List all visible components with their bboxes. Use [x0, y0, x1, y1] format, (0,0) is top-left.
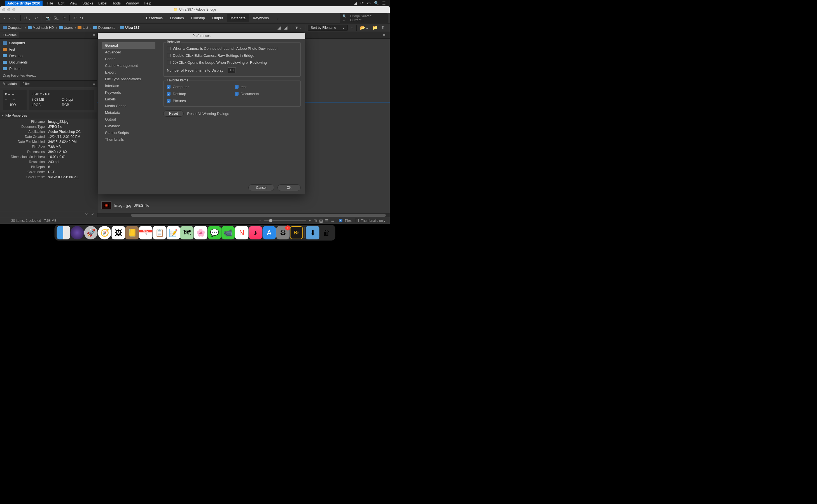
- cat-thumbnails[interactable]: Thumbnails: [102, 136, 155, 143]
- apply-meta-icon[interactable]: ✓: [91, 212, 94, 216]
- minimize-window-button[interactable]: [7, 8, 10, 11]
- dock-downloads[interactable]: ⬇: [306, 226, 320, 239]
- cat-cache-mgmt[interactable]: Cache Management: [102, 62, 155, 69]
- dock-contacts[interactable]: 📒: [125, 226, 139, 239]
- new-folder-button[interactable]: 📁: [371, 24, 379, 31]
- cat-export[interactable]: Export: [102, 69, 155, 76]
- dock-music[interactable]: ♪: [249, 226, 262, 239]
- menu-edit[interactable]: Edit: [56, 1, 67, 5]
- zoom-slider[interactable]: [264, 220, 306, 221]
- recent-items-input[interactable]: [228, 67, 236, 73]
- dock-trash[interactable]: 🗑: [320, 226, 333, 239]
- scrollbar-thumb[interactable]: [131, 214, 386, 217]
- fav-pictures[interactable]: Pictures: [0, 65, 97, 72]
- spotlight-icon[interactable]: 🔍: [374, 1, 379, 5]
- ok-button[interactable]: OK: [278, 184, 301, 191]
- dock-news[interactable]: N: [235, 226, 249, 239]
- cat-media-cache[interactable]: Media Cache: [102, 103, 155, 109]
- fav-check-computer[interactable]: ✓: [167, 85, 170, 89]
- loupe-click-checkbox[interactable]: [167, 61, 170, 64]
- cat-startup[interactable]: Startup Scripts: [102, 129, 155, 136]
- filter-button[interactable]: ▼⌄: [293, 24, 304, 31]
- rating-filter-icon[interactable]: ◢: [276, 24, 283, 31]
- app-menu[interactable]: Adobe Bridge 2020: [5, 1, 43, 6]
- view-grid-icon[interactable]: ⊞: [314, 218, 317, 223]
- fav-check-test[interactable]: ✓: [235, 85, 239, 89]
- boomerang-button[interactable]: ↶: [33, 15, 40, 22]
- cat-playback[interactable]: Playback: [102, 123, 155, 129]
- forward-button[interactable]: ›: [7, 15, 12, 22]
- dock-launchpad[interactable]: 🚀: [84, 226, 98, 239]
- zoom-window-button[interactable]: [12, 8, 15, 11]
- view-details-icon[interactable]: ☰: [325, 218, 329, 223]
- content-panel-menu-icon[interactable]: ≡: [381, 33, 388, 37]
- rotate-cw-button[interactable]: ↷: [78, 15, 85, 22]
- cat-file-type[interactable]: File Type Associations: [102, 76, 155, 82]
- zoom-slider-handle[interactable]: [269, 219, 272, 222]
- batch-button[interactable]: ⎘⌄: [52, 15, 61, 22]
- reset-button[interactable]: Reset: [163, 110, 184, 117]
- dock-photos[interactable]: 🌸: [194, 226, 208, 239]
- menu-view[interactable]: View: [67, 1, 80, 5]
- label-filter-icon[interactable]: ◢: [283, 24, 289, 31]
- path-users[interactable]: Users›: [59, 26, 76, 30]
- view-thumb-icon[interactable]: ▦: [319, 218, 323, 223]
- close-window-button[interactable]: [2, 8, 5, 11]
- cat-cache[interactable]: Cache: [102, 56, 155, 62]
- fav-check-documents[interactable]: ✓: [235, 92, 239, 96]
- tab-metadata[interactable]: Metadata: [0, 81, 20, 87]
- tab-filter[interactable]: Filter: [20, 81, 33, 87]
- tiles-checkbox[interactable]: ✓: [339, 219, 342, 222]
- back-button[interactable]: ‹: [2, 15, 7, 22]
- menu-help[interactable]: Help: [141, 1, 154, 5]
- path-computer[interactable]: Computer›: [3, 26, 26, 30]
- control-center-icon[interactable]: ☰: [382, 1, 386, 5]
- dock-facetime[interactable]: 📹: [222, 226, 235, 239]
- zoom-in-button[interactable]: +: [309, 219, 311, 223]
- fav-desktop[interactable]: Desktop: [0, 53, 97, 59]
- fav-documents[interactable]: Documents: [0, 59, 97, 65]
- open-in-button[interactable]: 📂⌄: [358, 24, 371, 31]
- meta-panel-menu-icon[interactable]: ≡: [90, 82, 97, 86]
- tab-favorites[interactable]: Favorites: [0, 32, 19, 38]
- camera-download-button[interactable]: 📷: [44, 15, 52, 22]
- menu-stacks[interactable]: Stacks: [80, 1, 96, 5]
- thumbs-only-checkbox[interactable]: [355, 219, 359, 222]
- file-row[interactable]: Imag....jpg JPEG file: [97, 201, 390, 210]
- dock-bridge[interactable]: Br: [290, 226, 303, 239]
- notification-icon[interactable]: ◢: [354, 1, 357, 5]
- cat-metadata[interactable]: Metadata: [102, 109, 155, 116]
- cancel-button[interactable]: Cancel: [248, 184, 274, 191]
- cancel-meta-icon[interactable]: ✕: [85, 212, 88, 216]
- dock-settings[interactable]: ⚙1: [276, 226, 290, 239]
- panel-menu-icon[interactable]: ≡: [90, 33, 97, 37]
- file-properties-header[interactable]: ▾ File Properties: [0, 112, 97, 119]
- cat-labels[interactable]: Labels: [102, 96, 155, 102]
- display-icon[interactable]: ▭: [367, 1, 371, 5]
- dock-preview[interactable]: 🖼: [112, 226, 125, 239]
- dock-reminders[interactable]: 📋: [153, 226, 166, 239]
- camera-launch-checkbox[interactable]: [167, 47, 170, 50]
- search-input[interactable]: 🔍⌄ Bridge Search: Current...: [340, 13, 388, 23]
- ws-filmstrip[interactable]: Filmstrip: [188, 14, 208, 22]
- path-documents[interactable]: Documents›: [93, 26, 119, 30]
- horizontal-scrollbar[interactable]: [97, 213, 390, 217]
- cat-advanced[interactable]: Advanced: [102, 49, 155, 55]
- recent-button[interactable]: ↺⌄: [22, 15, 33, 22]
- rotate-ccw-button[interactable]: ↶: [71, 15, 78, 22]
- ws-libraries[interactable]: Libraries: [166, 14, 187, 22]
- dock-safari[interactable]: 🧭: [98, 226, 111, 239]
- trash-button[interactable]: 🗑: [379, 24, 387, 31]
- sort-dropdown[interactable]: Sort by Filename⌄: [308, 25, 348, 31]
- dock-appstore[interactable]: A: [263, 226, 276, 239]
- parent-folder-button[interactable]: ⌄: [12, 15, 19, 22]
- ws-output[interactable]: Output: [209, 14, 227, 22]
- view-list-icon[interactable]: ≣: [331, 218, 334, 223]
- menu-window[interactable]: Window: [123, 1, 141, 5]
- dock-notes[interactable]: 📝: [166, 226, 180, 239]
- path-test[interactable]: test›: [77, 26, 91, 30]
- cat-output[interactable]: Output: [102, 116, 155, 123]
- path-current[interactable]: Ultra 387: [120, 26, 139, 30]
- fav-computer[interactable]: Computer: [0, 40, 97, 46]
- traffic-lights[interactable]: [2, 8, 15, 11]
